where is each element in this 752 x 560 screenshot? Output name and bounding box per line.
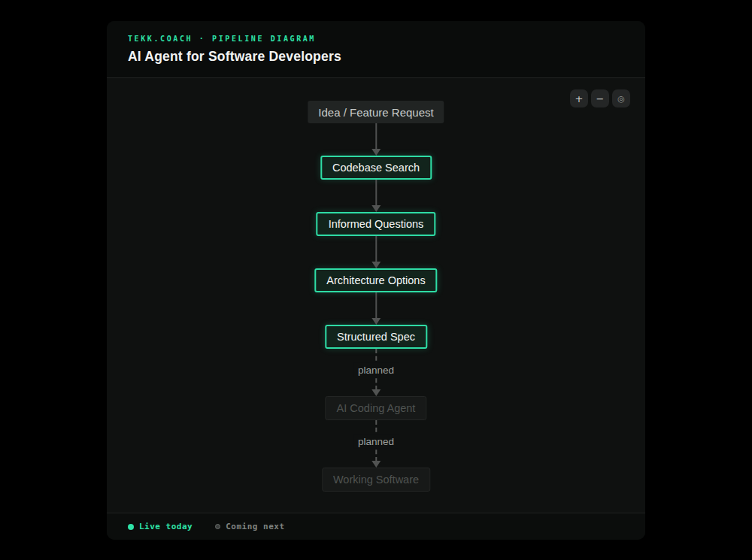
flow-edge <box>350 123 402 156</box>
legend-label: Live today <box>139 522 193 531</box>
legend-live-today: Live today <box>128 522 193 531</box>
zoom-out-button[interactable]: − <box>591 89 609 107</box>
flow-node-idea-feature-request[interactable]: Idea / Feature Request <box>308 101 444 123</box>
minus-icon: − <box>596 94 605 104</box>
node-label: Architecture Options <box>326 274 425 286</box>
legend-coming-next: Coming next <box>215 522 284 531</box>
flow-node-architecture-options[interactable]: Architecture Options <box>314 268 437 292</box>
flow-edge <box>350 180 402 212</box>
breadcrumb: TEKK.COACH · PIPELINE DIAGRAM <box>128 35 645 43</box>
zoom-controls: + − ◎ <box>570 89 630 107</box>
reset-view-icon: ◎ <box>617 95 625 103</box>
flow-node-working-software[interactable]: Working Software <box>322 468 430 492</box>
arrow-down-icon <box>371 205 381 212</box>
node-label: AI Coding Agent <box>337 402 416 414</box>
edge-label: planned <box>353 363 399 377</box>
edge-line <box>375 180 377 206</box>
node-label: Structured Spec <box>337 331 415 343</box>
flow-node-ai-coding-agent[interactable]: AI Coding Agent <box>326 396 427 420</box>
flow-node-structured-spec[interactable]: Structured Spec <box>325 325 427 349</box>
coming-dot-icon <box>215 524 220 529</box>
edge-label: planned <box>353 434 399 449</box>
reset-view-button[interactable]: ◎ <box>612 89 630 107</box>
header: TEKK.COACH · PIPELINE DIAGRAM AI Agent f… <box>107 21 645 78</box>
node-label: Working Software <box>333 474 419 486</box>
diagram-canvas[interactable]: + − ◎ Idea / Feature Request Codebase Se… <box>107 78 645 513</box>
node-label: Idea / Feature Request <box>318 106 433 119</box>
flow-edge-planned: planned <box>350 420 402 468</box>
flow-edge-planned: planned <box>350 349 402 396</box>
node-label: Informed Questions <box>329 218 424 230</box>
edge-line <box>375 292 377 319</box>
flow-edge <box>350 292 402 325</box>
pipeline-diagram-window: TEKK.COACH · PIPELINE DIAGRAM AI Agent f… <box>107 21 645 540</box>
edge-line <box>375 123 377 150</box>
arrow-down-icon <box>371 389 381 396</box>
node-label: Codebase Search <box>332 162 420 174</box>
page-title: AI Agent for Software Developers <box>128 49 645 65</box>
live-dot-icon <box>128 524 134 530</box>
flow-edge <box>350 236 402 268</box>
flow-node-codebase-search[interactable]: Codebase Search <box>320 156 432 180</box>
arrow-down-icon <box>371 149 381 156</box>
arrow-down-icon <box>371 262 381 268</box>
flowchart: Idea / Feature Request Codebase Search I… <box>308 101 444 492</box>
arrow-down-icon <box>371 318 381 325</box>
edge-line <box>375 236 377 262</box>
legend-label: Coming next <box>226 522 284 531</box>
flow-node-informed-questions[interactable]: Informed Questions <box>317 212 436 236</box>
zoom-in-button[interactable]: + <box>570 89 588 107</box>
arrow-down-icon <box>371 461 381 468</box>
footer-legend: Live today Coming next <box>107 513 645 540</box>
plus-icon: + <box>575 94 584 104</box>
